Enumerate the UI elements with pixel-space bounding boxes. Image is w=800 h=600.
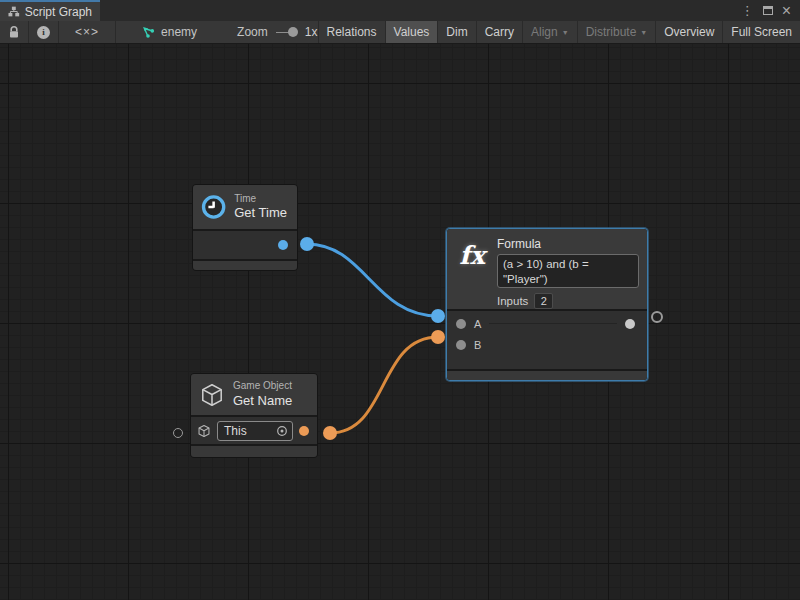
overview-button[interactable]: Overview: [656, 21, 722, 43]
inputs-count-stepper[interactable]: 2: [534, 293, 553, 309]
tabbar-spacer: [100, 0, 732, 21]
node-title: Formula: [497, 237, 639, 251]
relations-button[interactable]: Relations: [319, 21, 385, 43]
info-button[interactable]: i: [29, 21, 58, 43]
node-title: Get Name: [233, 393, 292, 409]
node-formula-footer: [447, 371, 647, 380]
zoom-slider-knob[interactable]: [288, 27, 298, 37]
dim-button[interactable]: Dim: [438, 21, 475, 43]
cube-icon-small: [197, 424, 211, 438]
code-icon: <×>: [75, 25, 99, 39]
toolbar-buttons: Relations Values Dim Carry Align▼ Distri…: [318, 21, 800, 43]
tab-bar: Script Graph ⋮ ×: [0, 0, 800, 21]
wire-endpoint-formula-b[interactable]: [431, 330, 445, 344]
window-controls: ⋮ ×: [732, 0, 800, 21]
formula-output-port[interactable]: [625, 319, 635, 329]
fullscreen-button[interactable]: Full Screen: [723, 21, 800, 43]
wire-time-to-formula-a[interactable]: [307, 244, 438, 316]
script-graph-window: Script Graph ⋮ × i <×>: [0, 0, 800, 600]
node-get-time-body: [193, 231, 297, 259]
info-icon: i: [37, 26, 50, 39]
tab-title: Script Graph: [25, 5, 92, 19]
zoom-value: 1x: [305, 25, 318, 39]
formula-input-port-a[interactable]: [456, 319, 466, 329]
zoom-slider[interactable]: [276, 21, 296, 43]
wire-endpoint-getname-output[interactable]: [323, 426, 337, 440]
wire-endpoint-time-output[interactable]: [300, 237, 314, 251]
getname-target-unconnected-ring[interactable]: [173, 428, 183, 438]
lock-icon: [8, 26, 20, 39]
target-object-field[interactable]: This: [217, 421, 293, 441]
menu-icon[interactable]: ⋮: [741, 4, 754, 17]
node-get-time-footer: [193, 261, 297, 270]
node-formula-body: A B: [447, 311, 647, 369]
time-output-port[interactable]: [278, 240, 288, 250]
port-row-b: B: [447, 334, 647, 355]
values-button[interactable]: Values: [386, 21, 438, 43]
node-formula[interactable]: fx Formula (a > 10) and (b = "Player") I…: [446, 228, 648, 381]
node-category: Time: [234, 193, 287, 206]
formula-output-unconnected-ring[interactable]: [651, 311, 663, 323]
clock-icon: [201, 192, 226, 222]
node-get-time-header: Time Get Time: [193, 185, 297, 229]
distribute-button[interactable]: Distribute▼: [578, 21, 656, 43]
carry-button[interactable]: Carry: [477, 21, 522, 43]
toolbar-separator: [115, 21, 116, 43]
port-label-b: B: [474, 339, 481, 351]
formula-input-port-b[interactable]: [456, 340, 466, 350]
graph-canvas[interactable]: Time Get Time fx Formula (a > 10) and (b…: [0, 44, 800, 600]
chevron-down-icon: ▼: [640, 29, 647, 36]
graph-name: enemy: [161, 25, 197, 39]
chevron-down-icon: ▼: [562, 29, 569, 36]
formula-expression-input[interactable]: (a > 10) and (b = "Player"): [497, 254, 639, 288]
node-get-name-body: This: [191, 417, 317, 444]
node-get-time[interactable]: Time Get Time: [192, 184, 298, 271]
close-icon[interactable]: ×: [782, 3, 791, 19]
getname-output-port[interactable]: [299, 426, 309, 436]
node-get-name[interactable]: Game Object Get Name This: [190, 373, 318, 458]
port-label-a: A: [474, 318, 481, 330]
maximize-icon[interactable]: [763, 6, 773, 15]
tab-script-graph[interactable]: Script Graph: [0, 0, 100, 21]
value-relation-line: [489, 323, 617, 324]
cube-icon: [199, 382, 225, 408]
node-get-name-footer: [191, 446, 317, 457]
graph-hierarchy-icon: [8, 6, 20, 17]
script-graph-asset-icon: [142, 26, 156, 38]
wire-getname-to-formula-b[interactable]: [330, 337, 438, 433]
node-title: Get Time: [234, 205, 287, 221]
align-button[interactable]: Align▼: [523, 21, 577, 43]
inputs-label: Inputs: [497, 295, 528, 307]
graph-breadcrumb[interactable]: enemy: [142, 21, 197, 43]
node-category: Game Object: [233, 380, 292, 393]
formula-fx-icon: fx: [455, 241, 489, 270]
code-view-button[interactable]: <×>: [59, 21, 115, 43]
node-formula-header: fx Formula (a > 10) and (b = "Player") I…: [447, 229, 647, 309]
lock-button[interactable]: [0, 21, 28, 43]
zoom-label: Zoom: [237, 25, 268, 39]
object-picker-icon[interactable]: [276, 425, 288, 437]
wire-endpoint-formula-a[interactable]: [431, 309, 445, 323]
port-row-a: A: [447, 313, 647, 334]
node-get-name-header: Game Object Get Name: [191, 374, 317, 415]
connection-wires: [0, 44, 800, 600]
target-object-value: This: [224, 424, 272, 438]
graph-toolbar: i <×> enemy Zoom 1x Relations Values: [0, 21, 800, 44]
